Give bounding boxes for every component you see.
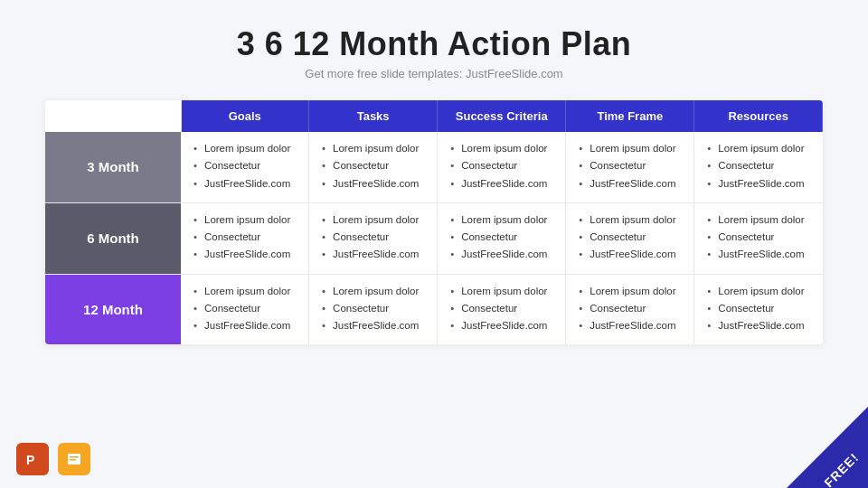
cell-item: Consectetur bbox=[322, 158, 424, 174]
cell-item: Lorem ipsum dolor bbox=[322, 212, 424, 228]
cell-item: Consectetur bbox=[579, 158, 681, 174]
cell-item: Consectetur bbox=[193, 158, 296, 174]
cell-item: Consectetur bbox=[450, 158, 552, 174]
cell-item: JustFreeSlide.com bbox=[707, 318, 809, 333]
cell-item: JustFreeSlide.com bbox=[450, 318, 552, 333]
cell-item: JustFreeSlide.com bbox=[707, 247, 809, 262]
cell-item: JustFreeSlide.com bbox=[193, 176, 296, 192]
slide: 3 6 12 Month Action Plan Get more free s… bbox=[0, 0, 868, 488]
cell-item: Consectetur bbox=[579, 230, 681, 245]
svg-rect-5 bbox=[70, 459, 76, 461]
col-header-success-criteria: Success Criteria bbox=[438, 100, 566, 132]
cell-item: JustFreeSlide.com bbox=[579, 318, 681, 333]
cell-item: Consectetur bbox=[579, 301, 681, 316]
row-label-3month: 3 Month bbox=[45, 132, 181, 202]
free-text: FREE! bbox=[821, 450, 862, 488]
cell-r1-c3: Lorem ipsum dolorConsecteturJustFreeSlid… bbox=[566, 202, 694, 274]
svg-rect-4 bbox=[70, 456, 79, 458]
powerpoint-icon: P bbox=[16, 443, 49, 475]
cell-item: Consectetur bbox=[450, 230, 552, 245]
col-header-tasks: Tasks bbox=[309, 100, 438, 132]
cell-item: Lorem ipsum dolor bbox=[322, 141, 424, 156]
cell-item: Consectetur bbox=[450, 301, 552, 316]
cell-item: JustFreeSlide.com bbox=[450, 247, 552, 262]
cell-item: Consectetur bbox=[193, 301, 296, 316]
cell-item: Lorem ipsum dolor bbox=[579, 284, 681, 299]
col-header-resources: Resources bbox=[694, 100, 823, 132]
cell-r0-c0: Lorem ipsum dolorConsecteturJustFreeSlid… bbox=[181, 132, 309, 202]
cell-r2-c1: Lorem ipsum dolorConsecteturJustFreeSlid… bbox=[309, 274, 438, 344]
cell-item: Lorem ipsum dolor bbox=[707, 284, 809, 299]
cell-r2-c4: Lorem ipsum dolorConsecteturJustFreeSlid… bbox=[694, 274, 823, 344]
cell-item: Lorem ipsum dolor bbox=[193, 284, 296, 299]
col-header-empty bbox=[45, 100, 181, 132]
cell-item: Lorem ipsum dolor bbox=[579, 212, 681, 228]
table-row: 6 MonthLorem ipsum dolorConsecteturJustF… bbox=[45, 202, 823, 274]
free-badge: FREE! bbox=[787, 407, 868, 488]
cell-item: Lorem ipsum dolor bbox=[579, 141, 681, 156]
cell-r2-c2: Lorem ipsum dolorConsecteturJustFreeSlid… bbox=[438, 274, 566, 344]
cell-item: Lorem ipsum dolor bbox=[707, 141, 809, 156]
cell-item: Lorem ipsum dolor bbox=[707, 212, 809, 228]
cell-item: Lorem ipsum dolor bbox=[450, 141, 552, 156]
bottom-icons: P bbox=[16, 443, 90, 475]
cell-item: JustFreeSlide.com bbox=[193, 318, 296, 333]
subtitle: Get more free slide templates: JustFreeS… bbox=[237, 67, 632, 80]
cell-item: Lorem ipsum dolor bbox=[193, 212, 296, 228]
cell-r1-c0: Lorem ipsum dolorConsecteturJustFreeSlid… bbox=[181, 202, 309, 274]
cell-item: Consectetur bbox=[707, 158, 809, 174]
cell-item: Consectetur bbox=[707, 230, 809, 245]
cell-item: JustFreeSlide.com bbox=[707, 176, 809, 192]
cell-r2-c3: Lorem ipsum dolorConsecteturJustFreeSlid… bbox=[566, 274, 694, 344]
cell-r0-c2: Lorem ipsum dolorConsecteturJustFreeSlid… bbox=[438, 132, 566, 202]
row-label-6month: 6 Month bbox=[45, 202, 181, 274]
cell-item: JustFreeSlide.com bbox=[322, 247, 424, 262]
cell-item: Lorem ipsum dolor bbox=[450, 212, 552, 228]
table-row: 12 MonthLorem ipsum dolorConsecteturJust… bbox=[45, 274, 823, 344]
cell-item: JustFreeSlide.com bbox=[579, 247, 681, 262]
cell-item: Consectetur bbox=[322, 301, 424, 316]
cell-r0-c4: Lorem ipsum dolorConsecteturJustFreeSlid… bbox=[694, 132, 823, 202]
cell-r1-c2: Lorem ipsum dolorConsecteturJustFreeSlid… bbox=[438, 202, 566, 274]
row-label-12month: 12 Month bbox=[45, 274, 181, 344]
col-header-goals: Goals bbox=[181, 100, 309, 132]
cell-item: JustFreeSlide.com bbox=[322, 176, 424, 192]
svg-text:P: P bbox=[26, 453, 34, 467]
cell-item: JustFreeSlide.com bbox=[322, 318, 424, 333]
cell-item: Lorem ipsum dolor bbox=[450, 284, 552, 299]
cell-item: Consectetur bbox=[322, 230, 424, 245]
gslides-icon bbox=[58, 443, 90, 475]
cell-item: JustFreeSlide.com bbox=[193, 247, 296, 262]
cell-r2-c0: Lorem ipsum dolorConsecteturJustFreeSlid… bbox=[181, 274, 309, 344]
cell-item: JustFreeSlide.com bbox=[579, 176, 681, 192]
cell-item: Consectetur bbox=[707, 301, 809, 316]
action-plan-table-wrapper: Goals Tasks Success Criteria Time Frame … bbox=[45, 100, 823, 344]
title-section: 3 6 12 Month Action Plan Get more free s… bbox=[237, 25, 632, 80]
col-header-time-frame: Time Frame bbox=[566, 100, 694, 132]
cell-r0-c1: Lorem ipsum dolorConsecteturJustFreeSlid… bbox=[309, 132, 438, 202]
cell-r1-c1: Lorem ipsum dolorConsecteturJustFreeSlid… bbox=[309, 202, 438, 274]
table-row: 3 MonthLorem ipsum dolorConsecteturJustF… bbox=[45, 132, 823, 202]
action-plan-table: Goals Tasks Success Criteria Time Frame … bbox=[45, 100, 823, 344]
cell-r0-c3: Lorem ipsum dolorConsecteturJustFreeSlid… bbox=[566, 132, 694, 202]
cell-r1-c4: Lorem ipsum dolorConsecteturJustFreeSlid… bbox=[694, 202, 823, 274]
cell-item: Lorem ipsum dolor bbox=[193, 141, 296, 156]
cell-item: JustFreeSlide.com bbox=[450, 176, 552, 192]
cell-item: Consectetur bbox=[193, 230, 296, 245]
cell-item: Lorem ipsum dolor bbox=[322, 284, 424, 299]
main-title: 3 6 12 Month Action Plan bbox=[237, 25, 632, 63]
